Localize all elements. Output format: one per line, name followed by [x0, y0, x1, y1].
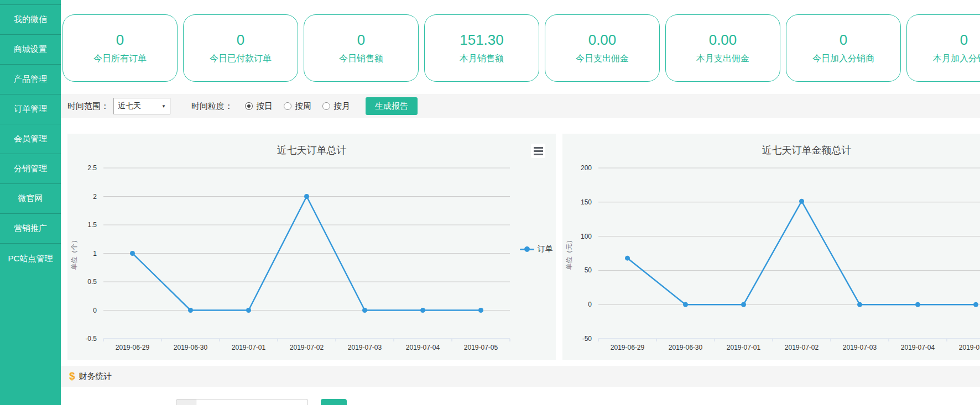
- svg-text:2019-06-30: 2019-06-30: [174, 344, 208, 351]
- svg-text:2019-07-02: 2019-07-02: [290, 344, 324, 351]
- select-arrow-icon: ▼: [161, 104, 166, 109]
- svg-text:2019-07-04: 2019-07-04: [406, 344, 440, 351]
- orders-count-chart[interactable]: 2.521.510.50-0.52019-06-292019-06-302019…: [67, 134, 556, 360]
- sidebar-item-marketing[interactable]: 营销推广: [0, 214, 61, 244]
- radio-unselected-icon: [322, 102, 330, 110]
- svg-text:1: 1: [93, 250, 97, 257]
- sidebar-item-partial: [0, 0, 61, 5]
- time-range-label: 时间范围：: [67, 101, 109, 112]
- stat-value: 0.00: [709, 30, 737, 49]
- radio-by-month[interactable]: 按月: [322, 101, 350, 112]
- stat-label: 今日加入分销商: [812, 51, 874, 66]
- chart-title: 近七天订单总计: [67, 144, 556, 157]
- svg-text:2019-06-29: 2019-06-29: [116, 344, 150, 351]
- radio-label: 按日: [256, 101, 273, 112]
- radio-label: 按月: [333, 101, 350, 112]
- stat-label: 今日所有订单: [93, 51, 147, 66]
- stat-value: 151.30: [460, 30, 504, 49]
- svg-text:-0.5: -0.5: [85, 335, 97, 343]
- finance-section-header: $ 财务统计: [61, 366, 980, 387]
- legend-line-dot-icon: [520, 249, 534, 250]
- finance-input[interactable]: [196, 399, 308, 405]
- granularity-radio-group: 按日 按周 按月: [245, 101, 350, 112]
- stat-card-month-distributors: 0 本月加入分销商: [906, 14, 980, 82]
- svg-text:-50: -50: [582, 335, 592, 343]
- svg-text:2019-07-01: 2019-07-01: [232, 344, 266, 351]
- stat-value: 0: [357, 30, 365, 49]
- chart-legend-orders[interactable]: 订单: [520, 244, 553, 254]
- generate-report-button[interactable]: 生成报告: [366, 97, 418, 115]
- chart-title: 近七天订单金额总计: [562, 144, 980, 157]
- stat-card-month-sales: 151.30 本月销售额: [424, 14, 539, 82]
- filter-bar: 时间范围： 近七天 ▼ 时间粒度： 按日 按周 按月 生成报告: [61, 94, 980, 118]
- stat-card-today-distributors: 0 今日加入分销商: [786, 14, 901, 82]
- time-range-selected-value: 近七天: [118, 101, 141, 111]
- svg-text:1.5: 1.5: [87, 221, 97, 229]
- stat-label: 今日已付款订单: [210, 51, 272, 66]
- radio-label: 按周: [295, 101, 311, 112]
- stat-card-today-paid-orders: 0 今日已付款订单: [183, 14, 298, 82]
- sidebar-item-mall-settings[interactable]: 商城设置: [0, 35, 61, 65]
- svg-text:0: 0: [93, 307, 97, 314]
- charts-row: 2.521.510.50-0.52019-06-292019-06-302019…: [67, 134, 980, 360]
- stat-value: 0: [840, 30, 847, 49]
- stat-value: 0: [237, 30, 244, 49]
- input-addon: [176, 399, 196, 405]
- radio-by-day[interactable]: 按日: [245, 101, 273, 112]
- svg-text:0: 0: [588, 301, 592, 308]
- stat-card-month-commission: 0.00 本月支出佣金: [665, 14, 780, 82]
- svg-text:100: 100: [581, 233, 592, 240]
- stat-label: 本月销售额: [460, 51, 504, 66]
- orders-count-chart-panel: 2.521.510.50-0.52019-06-292019-06-302019…: [67, 134, 556, 360]
- stat-label: 本月加入分销商: [933, 51, 980, 66]
- stat-label: 今日支出佣金: [576, 51, 629, 66]
- svg-text:2019-07-03: 2019-07-03: [843, 344, 877, 351]
- toolbox-menu-icon[interactable]: [531, 144, 545, 158]
- stat-value: 0.00: [588, 30, 617, 49]
- orders-amount-chart[interactable]: 200150100500-502019-06-292019-06-302019-…: [562, 134, 980, 360]
- dollar-icon: $: [69, 370, 75, 382]
- radio-unselected-icon: [284, 102, 291, 110]
- radio-by-week[interactable]: 按周: [284, 101, 311, 112]
- svg-text:2.5: 2.5: [87, 164, 97, 172]
- legend-label: 订单: [538, 244, 553, 254]
- svg-text:2019-07-05: 2019-07-05: [464, 344, 498, 351]
- sidebar-item-order-mgmt[interactable]: 订单管理: [0, 94, 61, 124]
- stat-card-today-sales: 0 今日销售额: [304, 14, 419, 82]
- stat-label: 本月支出佣金: [696, 51, 749, 66]
- svg-text:2019-07-04: 2019-07-04: [901, 344, 935, 351]
- sidebar-item-product-mgmt[interactable]: 产品管理: [0, 65, 61, 94]
- svg-text:0.5: 0.5: [87, 278, 97, 286]
- stat-card-today-orders: 0 今日所有订单: [62, 14, 178, 82]
- svg-text:2019-07-05: 2019-07-05: [959, 344, 980, 351]
- svg-text:200: 200: [581, 164, 592, 172]
- sidebar: 我的微信 商城设置 产品管理 订单管理 会员管理 分销管理 微官网 营销推广 P…: [0, 0, 61, 405]
- dashboard-page: 我的微信 商城设置 产品管理 订单管理 会员管理 分销管理 微官网 营销推广 P…: [0, 0, 980, 405]
- radio-selected-icon: [245, 102, 253, 110]
- svg-text:2019-07-01: 2019-07-01: [727, 344, 761, 351]
- orders-amount-chart-panel: 200150100500-502019-06-292019-06-302019-…: [562, 134, 980, 360]
- stat-value: 0: [116, 30, 124, 49]
- granularity-label: 时间粒度：: [191, 101, 233, 112]
- svg-text:单位（元）: 单位（元）: [565, 237, 573, 270]
- svg-text:2019-06-30: 2019-06-30: [669, 344, 703, 351]
- svg-text:2019-06-29: 2019-06-29: [611, 344, 645, 351]
- svg-text:2: 2: [93, 193, 97, 201]
- sidebar-item-distribution-mgmt[interactable]: 分销管理: [0, 154, 61, 184]
- svg-text:150: 150: [581, 198, 592, 206]
- stat-value: 0: [960, 30, 968, 49]
- sidebar-item-my-wechat[interactable]: 我的微信: [0, 5, 61, 35]
- svg-text:2019-07-02: 2019-07-02: [785, 344, 819, 351]
- finance-action-button[interactable]: [321, 399, 347, 405]
- stat-cards-row: 0 今日所有订单 0 今日已付款订单 0 今日销售额 151.30 本月销售额 …: [62, 14, 980, 82]
- sidebar-item-member-mgmt[interactable]: 会员管理: [0, 124, 61, 154]
- sidebar-item-pc-site-mgmt[interactable]: PC站点管理: [0, 244, 61, 273]
- finance-section-title: 财务统计: [79, 371, 112, 382]
- sidebar-item-micro-site[interactable]: 微官网: [0, 184, 61, 214]
- svg-text:50: 50: [585, 266, 592, 274]
- stat-label: 今日销售额: [339, 51, 383, 66]
- time-range-select[interactable]: 近七天 ▼: [113, 98, 170, 114]
- svg-text:单位（个）: 单位（个）: [70, 237, 78, 270]
- svg-text:2019-07-03: 2019-07-03: [348, 344, 382, 351]
- stat-card-today-commission: 0.00 今日支出佣金: [545, 14, 660, 82]
